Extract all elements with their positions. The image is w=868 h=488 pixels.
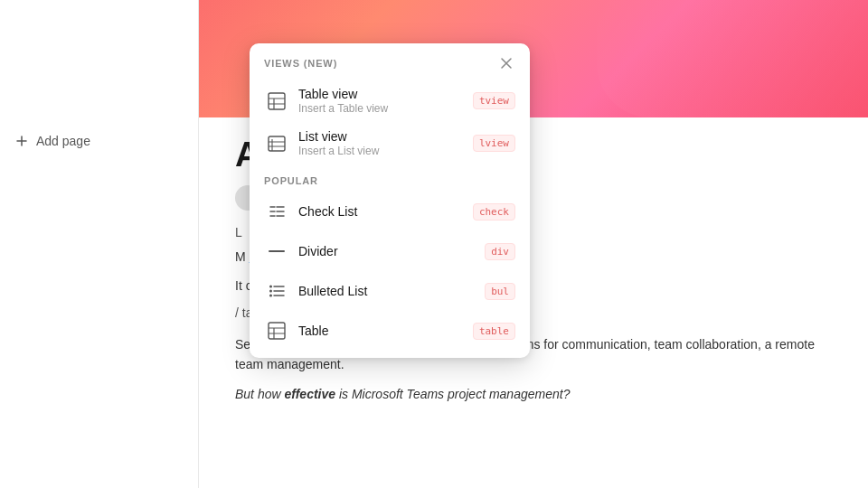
close-button[interactable] <box>497 54 515 72</box>
bold-word: effective <box>284 387 335 401</box>
bulleted-list-item[interactable]: Bulleted List bul <box>250 271 530 311</box>
list-view-label: List view <box>298 129 379 144</box>
bulleted-list-icon <box>264 278 289 304</box>
list-view-shortcut: lview <box>473 135 515 152</box>
check-list-shortcut: check <box>473 203 515 221</box>
table-view-label: Table view <box>298 87 388 101</box>
list-view-icon <box>264 131 289 156</box>
svg-point-15 <box>269 286 272 288</box>
add-page-icon <box>14 134 29 148</box>
list-view-item[interactable]: List view Insert a List view lview <box>250 122 530 164</box>
bulleted-list-label: Bulleted List <box>298 284 367 298</box>
svg-point-16 <box>269 290 272 293</box>
italic-suffix: is Microsoft Teams project management? <box>335 387 570 401</box>
table-view-desc: Insert a Table view <box>298 102 388 115</box>
views-section-title: VIEWS (NEW) <box>264 58 337 69</box>
check-list-label: Check List <box>298 204 357 219</box>
dropdown-views-header: VIEWS (NEW) <box>250 54 530 80</box>
sidebar: Add page <box>0 0 199 488</box>
divider-label: Divider <box>298 244 338 258</box>
table-view-icon <box>264 89 289 114</box>
divider-icon <box>264 239 289 264</box>
popular-section-header: POPULAR <box>250 164 530 192</box>
views-dropdown: VIEWS (NEW) Table view <box>250 43 530 358</box>
list-view-desc: Insert a List view <box>298 145 379 157</box>
italic-prefix: But how <box>235 387 284 401</box>
svg-rect-21 <box>269 323 285 339</box>
check-list-item[interactable]: Check List check <box>250 192 530 231</box>
divider-shortcut: div <box>485 243 515 260</box>
svg-rect-4 <box>269 136 285 151</box>
svg-rect-0 <box>269 93 285 109</box>
paragraph-2: But how effective is Microsoft Teams pro… <box>235 384 832 404</box>
main-content: Add page Agement L M experts who work at… <box>0 0 868 488</box>
close-icon <box>500 57 513 70</box>
table-view-shortcut: tview <box>473 92 515 109</box>
add-page-button[interactable]: Add page <box>0 127 198 155</box>
add-page-label: Add page <box>36 134 90 148</box>
bulleted-list-shortcut: bul <box>485 283 515 300</box>
table-label: Table <box>298 324 328 338</box>
table-icon <box>264 318 289 343</box>
table-view-item[interactable]: Table view Insert a Table view tview <box>250 80 530 122</box>
divider-item[interactable]: Divider div <box>250 231 530 271</box>
popular-section-title: POPULAR <box>264 175 318 186</box>
check-list-icon <box>264 199 289 224</box>
svg-point-17 <box>269 295 272 297</box>
table-shortcut: table <box>473 323 515 340</box>
table-item[interactable]: Table table <box>250 311 530 351</box>
